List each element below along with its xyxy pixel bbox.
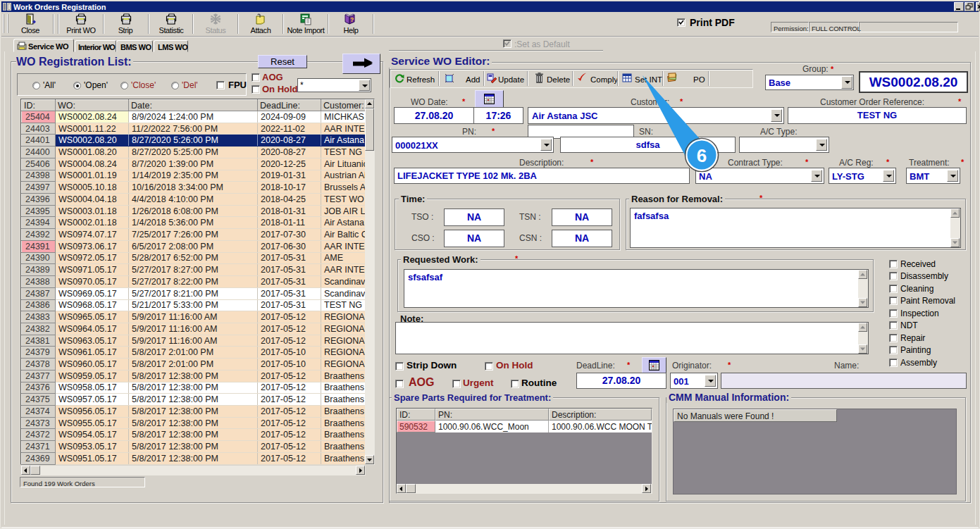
svg-text:6: 6 (697, 145, 707, 166)
svg-text:?: ? (350, 16, 354, 23)
